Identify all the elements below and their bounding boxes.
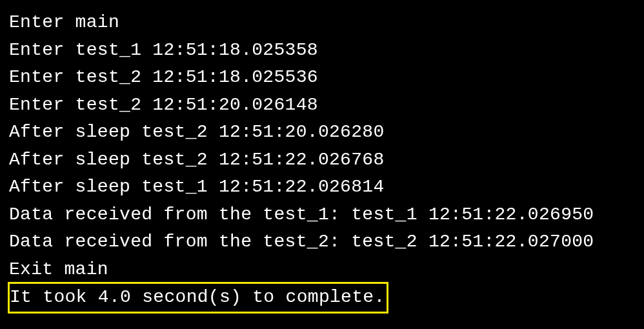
highlighted-output: It took 4.0 second(s) to complete. (8, 282, 388, 314)
console-line: After sleep test_2 12:51:20.026280 (9, 119, 635, 146)
console-line: Enter test_2 12:51:20.026148 (9, 92, 635, 119)
console-line: Enter main (9, 9, 635, 37)
console-line: Data received from the test_2: test_2 12… (9, 228, 635, 256)
console-line: Enter test_1 12:51:18.025358 (9, 37, 635, 65)
console-line: After sleep test_1 12:51:22.026814 (9, 174, 635, 201)
console-line: It took 4.0 second(s) to complete. (10, 287, 385, 307)
console-line: Data received from the test_1: test_1 12… (9, 201, 635, 229)
console-line: Exit main (9, 256, 635, 284)
console-line: After sleep test_2 12:51:22.026768 (9, 146, 635, 174)
console-line: Enter test_2 12:51:18.025536 (9, 64, 635, 92)
